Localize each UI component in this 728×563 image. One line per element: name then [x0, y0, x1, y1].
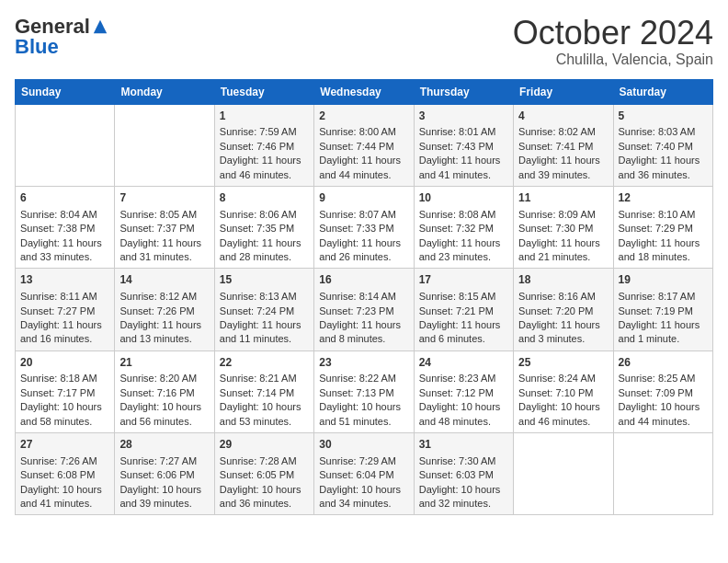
- sunrise-text: Sunrise: 7:27 AM: [119, 455, 197, 466]
- day-number: 11: [518, 190, 608, 206]
- sunset-text: Sunset: 7:21 PM: [419, 305, 494, 316]
- calendar-cell: 28Sunrise: 7:27 AMSunset: 6:06 PMDayligh…: [115, 433, 214, 515]
- daylight-text: Daylight: 11 hours and 3 minutes.: [518, 319, 600, 344]
- sunset-text: Sunset: 7:29 PM: [619, 223, 693, 234]
- daylight-text: Daylight: 11 hours and 1 minute.: [619, 319, 700, 344]
- calendar-cell: [16, 104, 115, 186]
- calendar-week-row: 6Sunrise: 8:04 AMSunset: 7:38 PMDaylight…: [16, 186, 713, 268]
- day-number: 18: [518, 272, 608, 288]
- sunset-text: Sunset: 7:12 PM: [419, 387, 494, 398]
- calendar-cell: 14Sunrise: 8:12 AMSunset: 7:26 PMDayligh…: [115, 269, 214, 350]
- day-number: 25: [518, 355, 608, 371]
- sunset-text: Sunset: 6:06 PM: [119, 469, 194, 480]
- calendar-cell: 17Sunrise: 8:15 AMSunset: 7:21 PMDayligh…: [414, 269, 513, 350]
- sunset-text: Sunset: 7:40 PM: [619, 141, 693, 152]
- sunset-text: Sunset: 7:26 PM: [119, 305, 194, 316]
- daylight-text: Daylight: 10 hours and 39 minutes.: [119, 484, 201, 509]
- daylight-text: Daylight: 10 hours and 32 minutes.: [419, 484, 501, 509]
- calendar-cell: 13Sunrise: 8:11 AMSunset: 7:27 PMDayligh…: [16, 269, 115, 350]
- sunset-text: Sunset: 7:37 PM: [119, 223, 194, 234]
- calendar-week-row: 13Sunrise: 8:11 AMSunset: 7:27 PMDayligh…: [16, 269, 713, 350]
- weekday-header-tuesday: Tuesday: [214, 79, 313, 104]
- daylight-text: Daylight: 11 hours and 46 minutes.: [220, 155, 301, 179]
- day-number: 3: [419, 109, 508, 124]
- sunset-text: Sunset: 7:20 PM: [518, 305, 593, 316]
- daylight-text: Daylight: 11 hours and 11 minutes.: [220, 319, 301, 344]
- day-number: 30: [319, 437, 408, 453]
- sunrise-text: Sunrise: 7:59 AM: [220, 126, 297, 137]
- calendar-cell: [115, 104, 214, 186]
- sunrise-text: Sunrise: 8:13 AM: [220, 291, 297, 302]
- sunset-text: Sunset: 7:27 PM: [20, 305, 95, 316]
- daylight-text: Daylight: 10 hours and 34 minutes.: [319, 484, 401, 509]
- sunset-text: Sunset: 7:17 PM: [20, 387, 95, 398]
- daylight-text: Daylight: 10 hours and 56 minutes.: [119, 401, 201, 426]
- calendar-body: 1Sunrise: 7:59 AMSunset: 7:46 PMDaylight…: [16, 104, 713, 515]
- sunrise-text: Sunrise: 8:06 AM: [220, 209, 297, 220]
- sunset-text: Sunset: 7:32 PM: [419, 223, 494, 234]
- sunset-text: Sunset: 7:13 PM: [319, 387, 393, 398]
- day-number: 29: [220, 437, 309, 453]
- weekday-header-row: SundayMondayTuesdayWednesdayThursdayFrid…: [16, 79, 713, 104]
- sunrise-text: Sunrise: 8:22 AM: [319, 373, 396, 384]
- calendar-week-row: 1Sunrise: 7:59 AMSunset: 7:46 PMDaylight…: [16, 104, 713, 186]
- day-number: 21: [119, 355, 209, 371]
- sunrise-text: Sunrise: 8:18 AM: [20, 373, 97, 384]
- weekday-header-wednesday: Wednesday: [314, 79, 414, 104]
- daylight-text: Daylight: 10 hours and 58 minutes.: [20, 401, 102, 426]
- day-number: 15: [220, 272, 309, 288]
- daylight-text: Daylight: 10 hours and 51 minutes.: [319, 401, 401, 426]
- weekday-header-saturday: Saturday: [613, 79, 712, 104]
- calendar-cell: 12Sunrise: 8:10 AMSunset: 7:29 PMDayligh…: [613, 186, 712, 268]
- day-number: 6: [20, 190, 109, 206]
- day-number: 1: [220, 109, 309, 124]
- sunrise-text: Sunrise: 7:28 AM: [220, 455, 297, 466]
- daylight-text: Daylight: 11 hours and 33 minutes.: [20, 237, 102, 262]
- calendar-cell: 4Sunrise: 8:02 AMSunset: 7:41 PMDaylight…: [514, 104, 613, 186]
- sunset-text: Sunset: 6:05 PM: [220, 469, 294, 480]
- sunset-text: Sunset: 7:41 PM: [518, 141, 593, 152]
- sunset-text: Sunset: 6:03 PM: [419, 469, 494, 480]
- weekday-header-monday: Monday: [115, 79, 214, 104]
- svg-marker-0: [94, 20, 107, 33]
- sunset-text: Sunset: 7:19 PM: [619, 305, 693, 316]
- sunrise-text: Sunrise: 8:03 AM: [619, 126, 696, 137]
- daylight-text: Daylight: 11 hours and 31 minutes.: [119, 237, 201, 262]
- sunset-text: Sunset: 7:16 PM: [119, 387, 194, 398]
- sunset-text: Sunset: 7:23 PM: [319, 305, 393, 316]
- sunrise-text: Sunrise: 8:17 AM: [619, 291, 696, 302]
- daylight-text: Daylight: 11 hours and 44 minutes.: [319, 155, 401, 179]
- calendar-cell: 29Sunrise: 7:28 AMSunset: 6:05 PMDayligh…: [214, 433, 313, 515]
- weekday-header-friday: Friday: [514, 79, 613, 104]
- sunrise-text: Sunrise: 8:24 AM: [518, 373, 596, 384]
- sunset-text: Sunset: 7:24 PM: [220, 305, 294, 316]
- sunrise-text: Sunrise: 8:16 AM: [518, 291, 596, 302]
- calendar-cell: 19Sunrise: 8:17 AMSunset: 7:19 PMDayligh…: [613, 269, 712, 350]
- calendar-cell: 22Sunrise: 8:21 AMSunset: 7:14 PMDayligh…: [214, 350, 313, 432]
- calendar-cell: 7Sunrise: 8:05 AMSunset: 7:37 PMDaylight…: [115, 186, 214, 268]
- calendar-cell: 16Sunrise: 8:14 AMSunset: 7:23 PMDayligh…: [314, 269, 414, 350]
- sunset-text: Sunset: 7:38 PM: [20, 223, 95, 234]
- calendar-cell: 2Sunrise: 8:00 AMSunset: 7:44 PMDaylight…: [314, 104, 414, 186]
- sunrise-text: Sunrise: 7:26 AM: [20, 455, 97, 466]
- calendar-cell: 20Sunrise: 8:18 AMSunset: 7:17 PMDayligh…: [16, 350, 115, 432]
- day-number: 14: [119, 272, 209, 288]
- day-number: 5: [619, 109, 708, 124]
- day-number: 12: [619, 190, 708, 206]
- day-number: 17: [419, 272, 508, 288]
- sunrise-text: Sunrise: 8:20 AM: [119, 373, 197, 384]
- daylight-text: Daylight: 11 hours and 13 minutes.: [119, 319, 201, 344]
- daylight-text: Daylight: 11 hours and 21 minutes.: [518, 237, 600, 262]
- calendar-cell: 25Sunrise: 8:24 AMSunset: 7:10 PMDayligh…: [514, 350, 613, 432]
- calendar-cell: 31Sunrise: 7:30 AMSunset: 6:03 PMDayligh…: [414, 433, 513, 515]
- sunset-text: Sunset: 7:33 PM: [319, 223, 393, 234]
- title-block: October 2024 Chulilla, Valencia, Spain: [513, 15, 713, 68]
- page-header: General Blue October 2024 Chulilla, Vale…: [15, 15, 713, 68]
- calendar-cell: [613, 433, 712, 515]
- sunrise-text: Sunrise: 8:10 AM: [619, 209, 696, 220]
- daylight-text: Daylight: 11 hours and 36 minutes.: [619, 155, 700, 179]
- daylight-text: Daylight: 11 hours and 8 minutes.: [319, 319, 401, 344]
- daylight-text: Daylight: 11 hours and 18 minutes.: [619, 237, 700, 262]
- calendar-header: SundayMondayTuesdayWednesdayThursdayFrid…: [16, 79, 713, 104]
- sunrise-text: Sunrise: 7:30 AM: [419, 455, 496, 466]
